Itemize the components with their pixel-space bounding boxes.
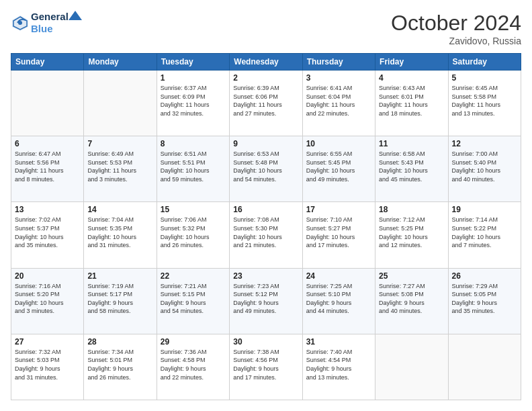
day-info: Sunrise: 7:34 AM Sunset: 5:01 PM Dayligh…	[87, 348, 152, 381]
day-info: Sunrise: 6:41 AM Sunset: 6:04 PM Dayligh…	[306, 84, 371, 118]
day-info: Sunrise: 7:25 AM Sunset: 5:10 PM Dayligh…	[306, 282, 371, 316]
day-number: 17	[306, 205, 371, 214]
day-info: Sunrise: 6:47 AM Sunset: 5:56 PM Dayligh…	[15, 150, 80, 183]
day-header-thursday: Thursday	[302, 54, 375, 71]
calendar-cell: 6Sunrise: 6:47 AM Sunset: 5:56 PM Daylig…	[11, 136, 84, 202]
calendar-cell: 13Sunrise: 7:02 AM Sunset: 5:37 PM Dayli…	[11, 202, 84, 268]
day-number: 13	[15, 205, 80, 214]
day-info: Sunrise: 6:55 AM Sunset: 5:45 PM Dayligh…	[306, 150, 371, 183]
calendar-cell: 25Sunrise: 7:27 AM Sunset: 5:08 PM Dayli…	[375, 268, 448, 334]
day-info: Sunrise: 7:21 AM Sunset: 5:15 PM Dayligh…	[161, 282, 226, 316]
day-info: Sunrise: 7:27 AM Sunset: 5:08 PM Dayligh…	[379, 282, 444, 316]
day-info: Sunrise: 6:37 AM Sunset: 6:09 PM Dayligh…	[161, 84, 226, 118]
day-info: Sunrise: 7:02 AM Sunset: 5:37 PM Dayligh…	[15, 216, 80, 249]
day-info: Sunrise: 7:19 AM Sunset: 5:17 PM Dayligh…	[87, 282, 152, 316]
day-info: Sunrise: 7:12 AM Sunset: 5:25 PM Dayligh…	[379, 216, 444, 249]
calendar-cell: 3Sunrise: 6:41 AM Sunset: 6:04 PM Daylig…	[302, 71, 375, 136]
day-info: Sunrise: 7:04 AM Sunset: 5:35 PM Dayligh…	[87, 216, 152, 249]
calendar-cell: 10Sunrise: 6:55 AM Sunset: 5:45 PM Dayli…	[302, 136, 375, 202]
calendar-header-row: SundayMondayTuesdayWednesdayThursdayFrid…	[11, 54, 521, 71]
calendar-cell: 11Sunrise: 6:58 AM Sunset: 5:43 PM Dayli…	[375, 136, 448, 202]
day-number: 11	[379, 139, 444, 148]
calendar-cell: 1Sunrise: 6:37 AM Sunset: 6:09 PM Daylig…	[157, 71, 229, 136]
day-number: 22	[161, 271, 226, 281]
calendar-cell: 27Sunrise: 7:32 AM Sunset: 5:03 PM Dayli…	[11, 334, 84, 400]
calendar-week-row: 27Sunrise: 7:32 AM Sunset: 5:03 PM Dayli…	[11, 334, 521, 400]
day-number: 15	[161, 205, 226, 214]
logo-text: GeneralBlue	[31, 11, 82, 35]
page: GeneralBlue October 2024 Zavidovo, Russi…	[0, 0, 532, 411]
calendar-week-row: 13Sunrise: 7:02 AM Sunset: 5:37 PM Dayli…	[11, 202, 521, 268]
calendar-cell: 26Sunrise: 7:29 AM Sunset: 5:05 PM Dayli…	[448, 268, 521, 334]
calendar-cell: 23Sunrise: 7:23 AM Sunset: 5:12 PM Dayli…	[230, 268, 302, 334]
calendar-cell: 2Sunrise: 6:39 AM Sunset: 6:06 PM Daylig…	[230, 71, 302, 136]
logo-icon	[11, 13, 30, 32]
day-number: 7	[87, 139, 152, 148]
day-number: 20	[15, 271, 80, 281]
day-number: 5	[452, 73, 517, 83]
calendar-week-row: 1Sunrise: 6:37 AM Sunset: 6:09 PM Daylig…	[11, 71, 521, 136]
day-info: Sunrise: 6:53 AM Sunset: 5:48 PM Dayligh…	[233, 150, 298, 183]
calendar-cell: 29Sunrise: 7:36 AM Sunset: 4:58 PM Dayli…	[157, 334, 229, 400]
day-number: 28	[87, 337, 152, 347]
day-number: 31	[306, 337, 371, 347]
calendar-cell: 19Sunrise: 7:14 AM Sunset: 5:22 PM Dayli…	[448, 202, 521, 268]
day-number: 19	[452, 205, 517, 214]
day-header-sunday: Sunday	[11, 54, 84, 71]
day-header-monday: Monday	[84, 54, 157, 71]
calendar-cell: 17Sunrise: 7:10 AM Sunset: 5:27 PM Dayli…	[302, 202, 375, 268]
day-number: 3	[306, 73, 371, 83]
month-title: October 2024	[391, 11, 521, 36]
calendar-cell: 15Sunrise: 7:06 AM Sunset: 5:32 PM Dayli…	[157, 202, 229, 268]
day-number: 14	[87, 205, 152, 214]
calendar-cell: 4Sunrise: 6:43 AM Sunset: 6:01 PM Daylig…	[375, 71, 448, 136]
calendar-cell: 7Sunrise: 6:49 AM Sunset: 5:53 PM Daylig…	[84, 136, 157, 202]
day-info: Sunrise: 7:23 AM Sunset: 5:12 PM Dayligh…	[233, 282, 298, 316]
calendar-cell: 21Sunrise: 7:19 AM Sunset: 5:17 PM Dayli…	[84, 268, 157, 334]
day-header-wednesday: Wednesday	[230, 54, 302, 71]
header: GeneralBlue October 2024 Zavidovo, Russi…	[11, 11, 521, 46]
day-info: Sunrise: 7:38 AM Sunset: 4:56 PM Dayligh…	[233, 348, 298, 381]
calendar-cell: 8Sunrise: 6:51 AM Sunset: 5:51 PM Daylig…	[157, 136, 229, 202]
day-info: Sunrise: 6:51 AM Sunset: 5:51 PM Dayligh…	[161, 150, 226, 183]
day-info: Sunrise: 7:40 AM Sunset: 4:54 PM Dayligh…	[306, 348, 371, 381]
day-number: 6	[15, 139, 80, 148]
day-number: 29	[161, 337, 226, 347]
day-info: Sunrise: 7:29 AM Sunset: 5:05 PM Dayligh…	[452, 282, 517, 316]
day-number: 4	[379, 73, 444, 83]
svg-point-2	[18, 21, 22, 25]
day-number: 10	[306, 139, 371, 148]
day-number: 2	[233, 73, 298, 83]
calendar-cell	[11, 71, 84, 136]
day-info: Sunrise: 7:06 AM Sunset: 5:32 PM Dayligh…	[161, 216, 226, 249]
day-number: 1	[161, 73, 226, 83]
location: Zavidovo, Russia	[391, 36, 521, 46]
calendar-cell: 20Sunrise: 7:16 AM Sunset: 5:20 PM Dayli…	[11, 268, 84, 334]
calendar-table: SundayMondayTuesdayWednesdayThursdayFrid…	[11, 53, 521, 400]
day-info: Sunrise: 6:39 AM Sunset: 6:06 PM Dayligh…	[233, 84, 298, 118]
calendar-cell: 5Sunrise: 6:45 AM Sunset: 5:58 PM Daylig…	[448, 71, 521, 136]
svg-marker-3	[69, 11, 82, 20]
calendar-cell: 14Sunrise: 7:04 AM Sunset: 5:35 PM Dayli…	[84, 202, 157, 268]
calendar-cell: 22Sunrise: 7:21 AM Sunset: 5:15 PM Dayli…	[157, 268, 229, 334]
calendar-week-row: 20Sunrise: 7:16 AM Sunset: 5:20 PM Dayli…	[11, 268, 521, 334]
logo: GeneralBlue	[11, 11, 82, 35]
day-number: 8	[161, 139, 226, 148]
day-info: Sunrise: 7:16 AM Sunset: 5:20 PM Dayligh…	[15, 282, 80, 316]
day-info: Sunrise: 7:00 AM Sunset: 5:40 PM Dayligh…	[452, 150, 517, 183]
day-header-saturday: Saturday	[448, 54, 521, 71]
calendar-week-row: 6Sunrise: 6:47 AM Sunset: 5:56 PM Daylig…	[11, 136, 521, 202]
day-header-friday: Friday	[375, 54, 448, 71]
day-info: Sunrise: 6:45 AM Sunset: 5:58 PM Dayligh…	[452, 84, 517, 118]
day-info: Sunrise: 7:10 AM Sunset: 5:27 PM Dayligh…	[306, 216, 371, 249]
calendar-cell: 31Sunrise: 7:40 AM Sunset: 4:54 PM Dayli…	[302, 334, 375, 400]
calendar-cell: 12Sunrise: 7:00 AM Sunset: 5:40 PM Dayli…	[448, 136, 521, 202]
day-number: 16	[233, 205, 298, 214]
calendar-cell: 18Sunrise: 7:12 AM Sunset: 5:25 PM Dayli…	[375, 202, 448, 268]
calendar-cell	[448, 334, 521, 400]
day-number: 25	[379, 271, 444, 281]
calendar-cell: 28Sunrise: 7:34 AM Sunset: 5:01 PM Dayli…	[84, 334, 157, 400]
calendar-cell: 30Sunrise: 7:38 AM Sunset: 4:56 PM Dayli…	[230, 334, 302, 400]
calendar-cell: 16Sunrise: 7:08 AM Sunset: 5:30 PM Dayli…	[230, 202, 302, 268]
day-number: 26	[452, 271, 517, 281]
